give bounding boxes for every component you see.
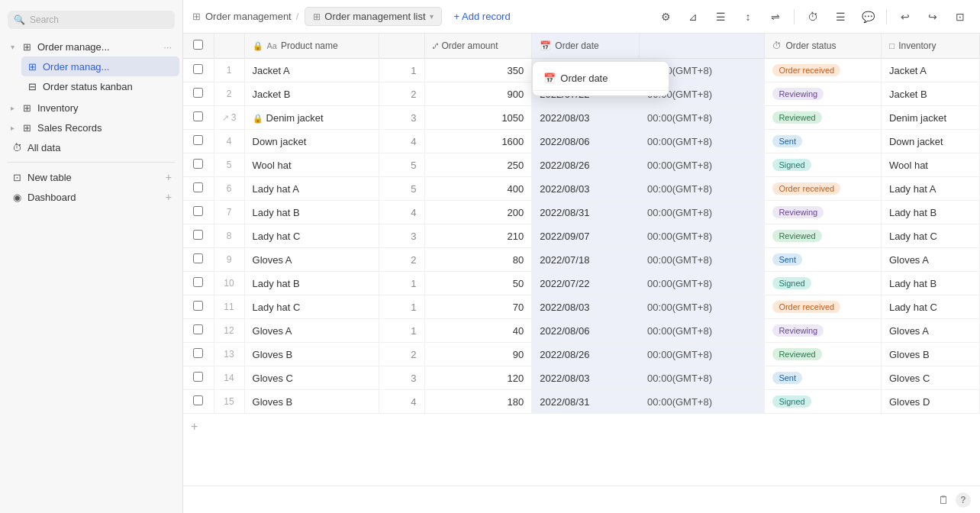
- row-checkbox-cell[interactable]: [183, 319, 214, 343]
- add-table-icon[interactable]: +: [166, 171, 172, 183]
- time-cell: 00:00(GMT+8): [640, 272, 765, 295]
- product-name-cell[interactable]: Lady hat C: [244, 295, 379, 319]
- more-icon[interactable]: ···: [163, 41, 172, 53]
- row-checkbox[interactable]: [193, 159, 203, 169]
- redo-icon-btn[interactable]: ↪: [922, 6, 943, 27]
- row-checkbox-cell[interactable]: [183, 153, 214, 177]
- chat-icon-btn[interactable]: 💬: [857, 6, 878, 27]
- row-checkbox[interactable]: [193, 301, 203, 311]
- filter-icon-btn[interactable]: ⊿: [682, 6, 704, 27]
- product-name-cell[interactable]: Down jacket: [244, 130, 379, 153]
- row-checkbox[interactable]: [193, 277, 203, 287]
- order-date-cell: 2022/08/31: [532, 390, 640, 414]
- order-status-cell: Order received: [765, 295, 882, 319]
- product-name-cell[interactable]: Wool hat: [244, 153, 379, 177]
- row-checkbox-cell[interactable]: [183, 272, 214, 295]
- row-checkbox-cell[interactable]: [183, 82, 214, 106]
- sidebar-item-order-status-kanban[interactable]: ⊟ Order status kanban: [21, 76, 179, 96]
- order-status-cell: Signed: [765, 390, 882, 414]
- product-name-cell[interactable]: Lady hat C: [244, 224, 379, 248]
- row-checkbox-cell[interactable]: [183, 59, 214, 82]
- sidebar-item-all-data[interactable]: ⏱ All data: [3, 137, 179, 157]
- topbar-tab[interactable]: ⊞ Order management list ▾: [305, 7, 441, 26]
- row-checkbox[interactable]: [193, 324, 203, 334]
- sidebar-item-new-table[interactable]: ⊡ New table +: [3, 167, 179, 187]
- row-checkbox-cell[interactable]: [183, 366, 214, 390]
- row-checkbox-cell[interactable]: [183, 130, 214, 153]
- row-checkbox[interactable]: [193, 111, 203, 121]
- row-num-cell: 1: [214, 59, 244, 82]
- add-dashboard-icon[interactable]: +: [166, 191, 172, 203]
- hide-icon-btn[interactable]: ☰: [710, 6, 731, 27]
- th-order-date[interactable]: 📅 Order date 📅 Order date: [532, 34, 640, 59]
- th-checkbox[interactable]: [183, 34, 214, 59]
- select-all-checkbox[interactable]: [193, 40, 203, 50]
- sort-icon-btn[interactable]: ↕: [737, 6, 759, 27]
- row-checkbox[interactable]: [193, 230, 203, 240]
- product-name-cell[interactable]: Gloves C: [244, 366, 379, 390]
- order-status-cell: Reviewed: [765, 343, 882, 366]
- order-date-dropdown[interactable]: 📅 Order date: [532, 61, 669, 96]
- product-name-cell[interactable]: Gloves B: [244, 390, 379, 414]
- sidebar-item-order-manage-label: Order manage...: [37, 41, 148, 53]
- sidebar-item-order-manage[interactable]: ▾ ⊞ Order manage... + ···: [3, 37, 179, 56]
- row-checkbox[interactable]: [193, 395, 203, 405]
- th-col2[interactable]: [379, 34, 424, 59]
- th-order-status[interactable]: ⏱ Order status: [765, 34, 882, 59]
- product-name-cell[interactable]: Gloves B: [244, 343, 379, 366]
- breadcrumb-item1[interactable]: Order management: [205, 11, 292, 22]
- row-checkbox[interactable]: [193, 182, 203, 192]
- row-checkbox-cell[interactable]: [183, 343, 214, 366]
- product-name-cell[interactable]: 🔒Denim jacket: [244, 106, 379, 130]
- th-time[interactable]: [640, 34, 765, 59]
- row-checkbox[interactable]: [193, 348, 203, 358]
- row-checkbox[interactable]: [193, 135, 203, 145]
- settings-icon-btn[interactable]: ⚙: [655, 6, 676, 27]
- row-checkbox[interactable]: [193, 206, 203, 216]
- time-cell: 00:00(GMT+8): [640, 366, 765, 390]
- row-num-cell: ↗ 3: [214, 106, 244, 130]
- row-checkbox[interactable]: [193, 253, 203, 263]
- row-checkbox-cell[interactable]: [183, 224, 214, 248]
- expand-icon-btn[interactable]: ⊡: [949, 6, 971, 27]
- product-name-cell[interactable]: Lady hat B: [244, 201, 379, 224]
- sidebar-item-order-manage-list[interactable]: ⊞ Order manag... ···: [21, 56, 179, 76]
- topbar-divider: [794, 9, 795, 24]
- row-checkbox[interactable]: [193, 372, 203, 382]
- order-amount-cell: 70: [424, 295, 532, 319]
- th-order-amount[interactable]: ⑇ Order amount: [424, 34, 532, 59]
- row-checkbox[interactable]: [193, 64, 203, 74]
- row-checkbox[interactable]: [193, 88, 203, 98]
- row-num-cell: 4: [214, 130, 244, 153]
- row-checkbox-cell[interactable]: [183, 201, 214, 224]
- history-icon-btn[interactable]: ⏱: [802, 6, 824, 27]
- help-icon[interactable]: ?: [956, 492, 971, 508]
- add-record-button[interactable]: + Add record: [448, 8, 517, 25]
- product-name-cell[interactable]: Jacket A: [244, 59, 379, 82]
- order-date-cell: 2022/08/06: [532, 319, 640, 343]
- row-checkbox-cell[interactable]: [183, 295, 214, 319]
- row-checkbox-cell[interactable]: [183, 106, 214, 130]
- sidebar-item-inventory[interactable]: ▸ ⊞ Inventory: [3, 98, 179, 118]
- sidebar-item-dashboard[interactable]: ◉ Dashboard +: [3, 187, 179, 207]
- add-row-button[interactable]: +: [183, 414, 980, 440]
- row-checkbox-cell[interactable]: [183, 248, 214, 272]
- th-inventory[interactable]: □ Inventory: [881, 34, 979, 59]
- row-checkbox-cell[interactable]: [183, 390, 214, 414]
- table-row: 12Gloves A1402022/08/0600:00(GMT+8)Revie…: [183, 319, 980, 343]
- undo-icon-btn[interactable]: ↩: [895, 6, 916, 27]
- product-name-cell[interactable]: Gloves A: [244, 319, 379, 343]
- bookmark-icon-btn[interactable]: ☰: [830, 6, 851, 27]
- product-name-cell[interactable]: Jacket B: [244, 82, 379, 106]
- tab-icon: ⊞: [313, 11, 321, 22]
- doc-icon[interactable]: 🗒: [938, 493, 949, 506]
- product-name-cell[interactable]: Gloves A: [244, 248, 379, 272]
- search-bar[interactable]: 🔍 Search: [8, 11, 175, 29]
- product-name-cell[interactable]: Lady hat A: [244, 177, 379, 201]
- th-product-name[interactable]: 🔒 Aa Product name: [244, 34, 379, 59]
- product-name-cell[interactable]: Lady hat B: [244, 272, 379, 295]
- new-table-label: New table: [27, 172, 161, 183]
- sidebar-item-sales-records[interactable]: ▸ ⊞ Sales Records: [3, 118, 179, 137]
- row-checkbox-cell[interactable]: [183, 177, 214, 201]
- group-icon-btn[interactable]: ⇌: [765, 6, 786, 27]
